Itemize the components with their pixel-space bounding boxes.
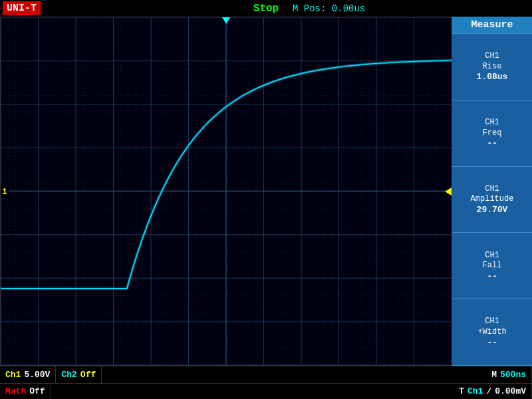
bottom-bar: Ch1 5.00V Ch2 Off M 500ns Math Off T Ch1… bbox=[0, 366, 532, 399]
measure-item-fall: CH1Fall -- bbox=[452, 233, 532, 299]
measure-item-label: CH1Amplitude bbox=[471, 184, 514, 205]
top-bar: UNI-T Stop M Pos: 0.00us bbox=[0, 0, 532, 17]
measure-item-value: -- bbox=[487, 271, 497, 281]
measure-item-label: CH1+Width bbox=[477, 317, 506, 337]
oscilloscope-display: UNI-T Stop M Pos: 0.00us 1 Measure CH1Ri… bbox=[0, 0, 532, 399]
mpos-value: 0.00us bbox=[332, 3, 365, 14]
trigger-marker-right bbox=[445, 188, 452, 196]
trigger-status: T Ch1 / 0.00mV bbox=[454, 384, 532, 399]
waveform-canvas bbox=[1, 17, 452, 365]
trigger-symbol: / bbox=[486, 386, 491, 396]
measure-item-value: -- bbox=[487, 138, 497, 148]
status-label: Stop bbox=[253, 3, 279, 15]
bottom-row1: Ch1 5.00V Ch2 Off M 500ns bbox=[0, 366, 532, 383]
ch2-value: Off bbox=[80, 370, 96, 380]
trigger-value: 0.00mV bbox=[495, 386, 526, 396]
main-content: 1 Measure CH1Rise 1.08us CH1Freq -- CH1A… bbox=[0, 17, 532, 366]
ch1-status: Ch1 5.00V bbox=[0, 366, 56, 383]
time-status: M 500ns bbox=[486, 366, 532, 383]
bottom-row2: Math Off T Ch1 / 0.00mV bbox=[0, 383, 532, 399]
screen-area: 1 bbox=[0, 17, 452, 366]
measure-item-value: -- bbox=[487, 338, 497, 348]
measure-item-value: 29.70V bbox=[477, 205, 508, 215]
measure-item-freq: CH1Freq -- bbox=[452, 100, 532, 167]
mpos-label: M Pos: 0.00us bbox=[293, 3, 365, 14]
trigger-marker-top bbox=[222, 17, 230, 24]
ch2-label: Ch2 bbox=[61, 370, 76, 380]
measure-item-label: CH1Fall bbox=[483, 251, 502, 271]
ch1-ground-marker: 1 bbox=[1, 186, 9, 197]
measure-item-label: CH1Freq bbox=[483, 118, 502, 138]
measure-panel: Measure CH1Rise 1.08us CH1Freq -- CH1Amp… bbox=[452, 17, 532, 366]
brand-label: UNI-T bbox=[3, 1, 41, 15]
trigger-ch: Ch1 bbox=[467, 386, 483, 396]
mpos-title: M Pos: bbox=[293, 3, 326, 14]
measure-item-rise: CH1Rise 1.08us bbox=[452, 34, 532, 100]
ch2-status: Ch2 Off bbox=[56, 366, 102, 383]
measure-item-label: CH1Rise bbox=[483, 51, 502, 72]
math-status: Math Off bbox=[0, 384, 51, 399]
math-label: Math bbox=[5, 386, 26, 396]
ch1-value: 5.00V bbox=[24, 370, 50, 380]
trigger-t: T bbox=[459, 386, 464, 396]
measure-item-+width: CH1+Width -- bbox=[452, 299, 532, 366]
ch1-label: Ch1 bbox=[5, 370, 21, 380]
measure-item-amplitude: CH1Amplitude 29.70V bbox=[452, 167, 532, 233]
time-label: M bbox=[491, 370, 497, 380]
measure-title: Measure bbox=[452, 17, 532, 34]
math-value: Off bbox=[29, 386, 45, 396]
measure-item-value: 1.08us bbox=[477, 72, 508, 82]
time-value: 500ns bbox=[500, 370, 526, 380]
